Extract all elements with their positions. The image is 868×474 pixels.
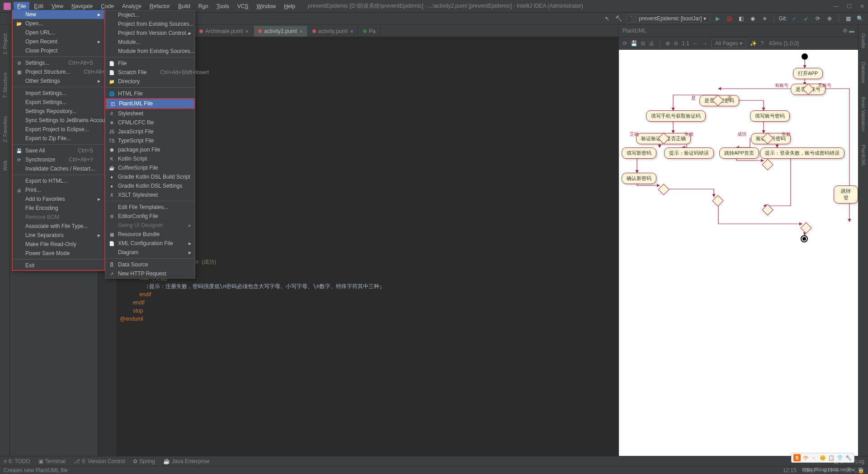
menu-refactor[interactable]: Refactor: [146, 2, 174, 11]
menu-vcs[interactable]: VCS: [234, 2, 252, 11]
menu-item[interactable]: ◫PlantUML File: [105, 98, 195, 109]
menu-item[interactable]: ●Gradle Kotlin DSL Settings: [105, 181, 195, 190]
editor-tab[interactable]: Archimate.puml✕: [195, 26, 254, 37]
menu-item[interactable]: Sync Settings to JetBrains Account...: [13, 116, 104, 125]
menu-item[interactable]: Associate with File Type...: [13, 222, 104, 231]
tab-close-icon[interactable]: ✕: [299, 29, 303, 34]
menu-item[interactable]: Diagram▸: [105, 248, 195, 257]
tool-terminal[interactable]: ▣ Terminal: [38, 458, 66, 465]
tool-web[interactable]: Web: [2, 161, 8, 171]
menu-item[interactable]: Import Settings...: [13, 89, 104, 98]
tool-gradle[interactable]: Gradle: [861, 33, 866, 48]
menu-item[interactable]: 🖨Print...: [13, 185, 104, 194]
menu-item[interactable]: ☕CoffeeScript File: [105, 163, 195, 172]
menu-item[interactable]: KKotlin Script: [105, 154, 195, 163]
menu-item[interactable]: New▸: [13, 10, 104, 19]
copy-icon[interactable]: ⧉: [641, 40, 645, 47]
tool-java-ee[interactable]: ☕ Java Enterprise: [163, 458, 209, 465]
maximize-icon[interactable]: ☐: [847, 3, 852, 9]
menu-item[interactable]: JSJavaScript File: [105, 127, 195, 136]
git-history-icon[interactable]: ⊕: [825, 14, 834, 23]
editor-tab[interactable]: Pa: [359, 26, 381, 37]
menu-item[interactable]: Swing UI Designer▸: [105, 221, 195, 230]
menu-edit[interactable]: Edit: [30, 2, 47, 11]
menu-item[interactable]: File Encoding: [13, 204, 104, 213]
menu-item[interactable]: ▦Project Structure...Ctrl+Alt+Shift+S: [13, 67, 104, 76]
zoom-out-icon[interactable]: ⊖: [674, 40, 678, 47]
menu-item[interactable]: Project...: [105, 10, 195, 19]
menu-item[interactable]: Export Project to Eclipse...: [13, 125, 104, 134]
menu-window[interactable]: Window: [253, 2, 279, 11]
pages-selector[interactable]: All Pages ▾: [711, 39, 747, 48]
zoom-in-icon[interactable]: ⊕: [665, 40, 670, 47]
menu-item[interactable]: ●Gradle Kotlin DSL Build Script: [105, 172, 195, 181]
menu-item[interactable]: Exit: [13, 261, 104, 270]
menu-item[interactable]: Remove BOM: [13, 213, 104, 222]
save-icon[interactable]: 💾: [631, 40, 637, 47]
menu-item[interactable]: Module...: [105, 38, 195, 47]
wand-icon[interactable]: ✨: [750, 40, 757, 47]
menu-item[interactable]: Edit File Templates...: [105, 203, 195, 212]
menu-tools[interactable]: Tools: [213, 2, 233, 11]
menu-item[interactable]: ↗New HTTP Request: [105, 269, 195, 278]
menu-item[interactable]: ❄CFML/CFC file: [105, 118, 195, 127]
print-icon[interactable]: 🖨: [649, 40, 654, 47]
menu-item[interactable]: Other Settings▸: [13, 76, 104, 85]
editor-tab[interactable]: activity.puml✕: [308, 26, 359, 37]
menu-item[interactable]: Make File Read-Only: [13, 240, 104, 249]
menu-item[interactable]: Settings Repository...: [13, 107, 104, 116]
ime-toolbar[interactable]: S 中•,😊📋👕🔧: [791, 453, 854, 463]
menu-item[interactable]: ⟳SynchronizeCtrl+Alt+Y: [13, 155, 104, 164]
git-update-icon[interactable]: ✓: [790, 14, 799, 23]
editor-tab[interactable]: activity2.puml✕: [254, 26, 308, 37]
new-submenu-dropdown[interactable]: Project...Project from Existing Sources.…: [105, 10, 195, 279]
menu-item[interactable]: ⚙EditorConfig File: [105, 212, 195, 221]
tool-vcs[interactable]: ⎇ 9: Version Control: [74, 458, 125, 465]
menu-item[interactable]: Add to Favorites▸: [13, 194, 104, 204]
menu-item[interactable]: TSTypeScript File: [105, 136, 195, 145]
menu-item[interactable]: 📂Open...: [13, 19, 104, 28]
menu-item[interactable]: 🌐HTML File: [105, 89, 195, 98]
tool-database[interactable]: Database: [861, 62, 866, 83]
tool-project[interactable]: 1: Project: [2, 33, 8, 54]
menu-item[interactable]: Open Recent▸: [13, 37, 104, 46]
menu-item[interactable]: Line Separators▸: [13, 231, 104, 240]
profile-icon[interactable]: ◉: [748, 14, 757, 23]
coverage-icon[interactable]: ◧: [736, 14, 745, 23]
menu-run[interactable]: Run: [195, 2, 212, 11]
menu-code[interactable]: Code: [97, 2, 118, 11]
search-icon[interactable]: 🔍: [855, 14, 864, 23]
menu-item[interactable]: Module from Existing Sources...: [105, 47, 195, 56]
debug-icon[interactable]: 🐞: [725, 14, 734, 23]
tab-close-icon[interactable]: ✕: [350, 29, 354, 34]
hammer-icon[interactable]: 🔨: [614, 14, 623, 23]
menu-item[interactable]: Invalidate Caches / Restart...: [13, 164, 104, 173]
menu-view[interactable]: View: [48, 2, 67, 11]
menu-help[interactable]: Help: [280, 2, 299, 11]
nav-right-icon[interactable]: →: [702, 40, 708, 47]
git-push-icon[interactable]: ⟳: [813, 14, 822, 23]
menu-item[interactable]: Export to Zip File...: [13, 134, 104, 143]
preview-settings-icon[interactable]: ⚙ ▬: [843, 28, 854, 34]
tool-favorites[interactable]: 2: Favorites: [2, 116, 8, 142]
menu-navigate[interactable]: Navigate: [68, 2, 96, 11]
minimize-icon[interactable]: —: [833, 3, 839, 9]
menu-item[interactable]: ▦Resource Bundle: [105, 230, 195, 239]
close-icon[interactable]: ✕: [860, 3, 864, 9]
file-menu-dropdown[interactable]: New▸📂Open...Open URL...Open Recent▸Close…: [12, 10, 105, 271]
menu-file[interactable]: File: [14, 2, 29, 11]
git-commit-icon[interactable]: ↙: [802, 14, 811, 23]
menu-item[interactable]: Project from Existing Sources...: [105, 19, 195, 28]
tool-bean-validation[interactable]: Bean Validation: [861, 97, 866, 131]
structure-icon[interactable]: ▦: [844, 14, 853, 23]
menu-item[interactable]: Open URL...: [13, 28, 104, 37]
menu-item[interactable]: 📄File: [105, 59, 195, 68]
stop-icon[interactable]: ■: [760, 14, 769, 23]
menu-build[interactable]: Build: [175, 2, 194, 11]
back-icon[interactable]: ↖: [603, 14, 612, 23]
menu-item[interactable]: Export Settings...: [13, 98, 104, 107]
menu-item[interactable]: XXSLT Stylesheet: [105, 190, 195, 199]
menu-item[interactable]: 📄Scratch FileCtrl+Alt+Shift+Insert: [105, 68, 195, 77]
menu-item[interactable]: Export to HTML...: [13, 176, 104, 185]
menu-analyze[interactable]: Analyze: [118, 2, 145, 11]
